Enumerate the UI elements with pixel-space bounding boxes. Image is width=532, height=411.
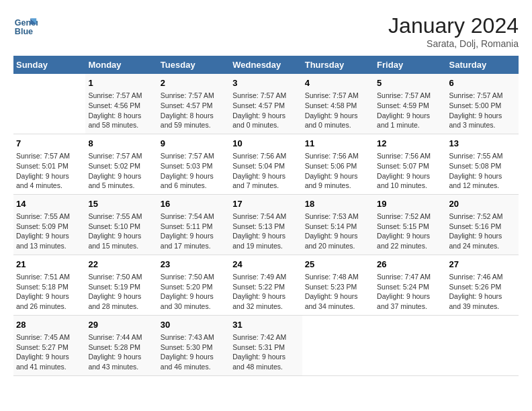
day-info: Sunrise: 7:42 AM Sunset: 5:31 PM Dayligh…	[232, 332, 299, 372]
calendar-cell: 1Sunrise: 7:57 AM Sunset: 4:56 PM Daylig…	[85, 74, 157, 134]
day-info: Sunrise: 7:55 AM Sunset: 5:08 PM Dayligh…	[449, 151, 516, 191]
title-block: January 2024 Sarata, Dolj, Romania	[388, 13, 519, 49]
day-number: 7	[16, 138, 83, 150]
day-info: Sunrise: 7:56 AM Sunset: 5:04 PM Dayligh…	[232, 151, 299, 191]
col-header-saturday: Saturday	[447, 56, 519, 74]
logo: General Blue	[13, 13, 38, 38]
day-info: Sunrise: 7:57 AM Sunset: 5:00 PM Dayligh…	[449, 91, 516, 130]
day-info: Sunrise: 7:57 AM Sunset: 5:01 PM Dayligh…	[16, 151, 83, 191]
month-title: January 2024	[388, 13, 519, 38]
day-info: Sunrise: 7:43 AM Sunset: 5:30 PM Dayligh…	[161, 332, 227, 372]
day-number: 16	[161, 198, 227, 210]
calendar-cell: 18Sunrise: 7:53 AM Sunset: 5:14 PM Dayli…	[302, 194, 374, 255]
calendar-cell	[447, 315, 519, 375]
day-number: 8	[88, 138, 154, 150]
day-info: Sunrise: 7:57 AM Sunset: 5:03 PM Dayligh…	[161, 151, 227, 191]
calendar-cell: 3Sunrise: 7:57 AM Sunset: 4:57 PM Daylig…	[230, 74, 302, 134]
svg-text:Blue: Blue	[15, 27, 33, 36]
calendar-cell: 9Sunrise: 7:57 AM Sunset: 5:03 PM Daylig…	[158, 134, 230, 194]
calendar-cell: 14Sunrise: 7:55 AM Sunset: 5:09 PM Dayli…	[13, 194, 85, 255]
col-header-tuesday: Tuesday	[158, 56, 230, 74]
calendar-cell: 28Sunrise: 7:45 AM Sunset: 5:27 PM Dayli…	[13, 315, 85, 375]
day-info: Sunrise: 7:57 AM Sunset: 4:59 PM Dayligh…	[377, 91, 443, 130]
day-info: Sunrise: 7:57 AM Sunset: 4:58 PM Dayligh…	[305, 91, 371, 130]
calendar-cell: 8Sunrise: 7:57 AM Sunset: 5:02 PM Daylig…	[85, 134, 157, 194]
calendar-cell: 22Sunrise: 7:50 AM Sunset: 5:19 PM Dayli…	[85, 255, 157, 315]
day-number: 27	[449, 259, 516, 271]
day-number: 4	[305, 77, 371, 89]
col-header-wednesday: Wednesday	[230, 56, 302, 74]
day-number: 23	[161, 259, 227, 271]
calendar-cell: 25Sunrise: 7:48 AM Sunset: 5:23 PM Dayli…	[302, 255, 374, 315]
calendar-cell: 10Sunrise: 7:56 AM Sunset: 5:04 PM Dayli…	[230, 134, 302, 194]
calendar-cell: 27Sunrise: 7:46 AM Sunset: 5:26 PM Dayli…	[447, 255, 519, 315]
day-info: Sunrise: 7:52 AM Sunset: 5:15 PM Dayligh…	[377, 212, 443, 251]
day-number: 9	[161, 138, 227, 150]
calendar-cell: 6Sunrise: 7:57 AM Sunset: 5:00 PM Daylig…	[447, 74, 519, 134]
calendar-cell: 4Sunrise: 7:57 AM Sunset: 4:58 PM Daylig…	[302, 74, 374, 134]
day-number: 28	[16, 319, 83, 331]
day-number: 29	[88, 319, 154, 331]
calendar-cell	[374, 315, 446, 375]
day-info: Sunrise: 7:47 AM Sunset: 5:24 PM Dayligh…	[377, 272, 443, 312]
calendar-cell: 7Sunrise: 7:57 AM Sunset: 5:01 PM Daylig…	[13, 134, 85, 194]
day-info: Sunrise: 7:52 AM Sunset: 5:16 PM Dayligh…	[449, 212, 516, 251]
day-number: 14	[16, 198, 83, 210]
logo-icon: General Blue	[13, 13, 38, 38]
calendar-table: SundayMondayTuesdayWednesdayThursdayFrid…	[13, 56, 519, 376]
calendar-cell: 17Sunrise: 7:54 AM Sunset: 5:13 PM Dayli…	[230, 194, 302, 255]
calendar-week-row: 28Sunrise: 7:45 AM Sunset: 5:27 PM Dayli…	[13, 315, 519, 375]
day-number: 2	[161, 77, 227, 89]
day-number: 17	[232, 198, 299, 210]
calendar-header-row: SundayMondayTuesdayWednesdayThursdayFrid…	[13, 56, 519, 74]
calendar-cell: 20Sunrise: 7:52 AM Sunset: 5:16 PM Dayli…	[447, 194, 519, 255]
day-number: 31	[232, 319, 299, 331]
day-info: Sunrise: 7:56 AM Sunset: 5:07 PM Dayligh…	[377, 151, 443, 191]
day-info: Sunrise: 7:56 AM Sunset: 5:06 PM Dayligh…	[305, 151, 371, 191]
day-number: 13	[449, 138, 516, 150]
calendar-cell: 29Sunrise: 7:44 AM Sunset: 5:28 PM Dayli…	[85, 315, 157, 375]
calendar-cell: 26Sunrise: 7:47 AM Sunset: 5:24 PM Dayli…	[374, 255, 446, 315]
day-info: Sunrise: 7:55 AM Sunset: 5:10 PM Dayligh…	[88, 212, 154, 251]
calendar-cell: 11Sunrise: 7:56 AM Sunset: 5:06 PM Dayli…	[302, 134, 374, 194]
calendar-cell: 12Sunrise: 7:56 AM Sunset: 5:07 PM Dayli…	[374, 134, 446, 194]
calendar-cell: 16Sunrise: 7:54 AM Sunset: 5:11 PM Dayli…	[158, 194, 230, 255]
day-info: Sunrise: 7:57 AM Sunset: 4:57 PM Dayligh…	[232, 91, 299, 130]
day-number: 3	[232, 77, 299, 89]
day-number: 22	[88, 259, 154, 271]
calendar-cell	[302, 315, 374, 375]
calendar-cell: 21Sunrise: 7:51 AM Sunset: 5:18 PM Dayli…	[13, 255, 85, 315]
calendar-cell: 13Sunrise: 7:55 AM Sunset: 5:08 PM Dayli…	[447, 134, 519, 194]
day-number: 24	[232, 259, 299, 271]
calendar-cell	[13, 74, 85, 134]
day-info: Sunrise: 7:44 AM Sunset: 5:28 PM Dayligh…	[88, 332, 154, 372]
calendar-cell: 31Sunrise: 7:42 AM Sunset: 5:31 PM Dayli…	[230, 315, 302, 375]
calendar-cell: 30Sunrise: 7:43 AM Sunset: 5:30 PM Dayli…	[158, 315, 230, 375]
col-header-thursday: Thursday	[302, 56, 374, 74]
day-info: Sunrise: 7:48 AM Sunset: 5:23 PM Dayligh…	[305, 272, 371, 312]
calendar-cell: 5Sunrise: 7:57 AM Sunset: 4:59 PM Daylig…	[374, 74, 446, 134]
page-header: General Blue January 2024 Sarata, Dolj, …	[13, 13, 519, 49]
day-info: Sunrise: 7:49 AM Sunset: 5:22 PM Dayligh…	[232, 272, 299, 312]
calendar-week-row: 7Sunrise: 7:57 AM Sunset: 5:01 PM Daylig…	[13, 134, 519, 194]
day-info: Sunrise: 7:53 AM Sunset: 5:14 PM Dayligh…	[305, 212, 371, 251]
calendar-cell: 23Sunrise: 7:50 AM Sunset: 5:20 PM Dayli…	[158, 255, 230, 315]
day-number: 12	[377, 138, 443, 150]
calendar-cell: 24Sunrise: 7:49 AM Sunset: 5:22 PM Dayli…	[230, 255, 302, 315]
calendar-week-row: 1Sunrise: 7:57 AM Sunset: 4:56 PM Daylig…	[13, 74, 519, 134]
day-number: 19	[377, 198, 443, 210]
calendar-cell: 2Sunrise: 7:57 AM Sunset: 4:57 PM Daylig…	[158, 74, 230, 134]
day-info: Sunrise: 7:50 AM Sunset: 5:20 PM Dayligh…	[161, 272, 227, 312]
day-number: 21	[16, 259, 83, 271]
day-number: 30	[161, 319, 227, 331]
col-header-sunday: Sunday	[13, 56, 85, 74]
day-info: Sunrise: 7:45 AM Sunset: 5:27 PM Dayligh…	[16, 332, 83, 372]
day-info: Sunrise: 7:57 AM Sunset: 4:56 PM Dayligh…	[88, 91, 154, 130]
day-number: 18	[305, 198, 371, 210]
location-subtitle: Sarata, Dolj, Romania	[388, 38, 519, 49]
day-number: 11	[305, 138, 371, 150]
day-info: Sunrise: 7:57 AM Sunset: 4:57 PM Dayligh…	[161, 91, 227, 130]
calendar-cell: 15Sunrise: 7:55 AM Sunset: 5:10 PM Dayli…	[85, 194, 157, 255]
day-number: 26	[377, 259, 443, 271]
day-info: Sunrise: 7:54 AM Sunset: 5:13 PM Dayligh…	[232, 212, 299, 251]
